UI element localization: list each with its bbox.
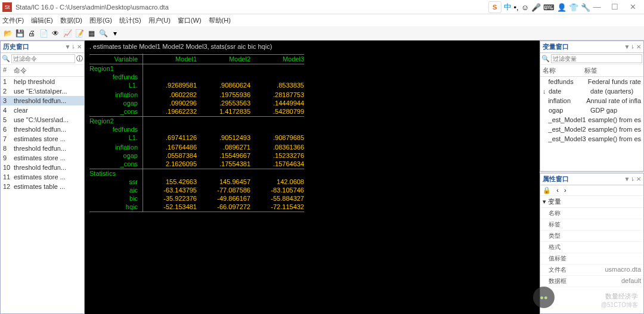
search-icon: 🔍 — [541, 55, 550, 63]
data-editor-icon[interactable]: ▦ — [86, 28, 97, 39]
print-icon[interactable]: 🖨 — [26, 28, 37, 39]
variable-row[interactable]: _est_Model2esample() from es — [540, 125, 643, 134]
panel-controls[interactable]: ▼ ꜕ ✕ — [624, 176, 641, 182]
menu-bar: 文件(F) 编辑(E) 数据(D) 图形(G) 统计(S) 用户(U) 窗口(W… — [0, 14, 644, 26]
ime-punct-icon[interactable]: •, — [514, 3, 519, 12]
history-row[interactable]: 1help threshold — [1, 77, 84, 86]
log-icon[interactable]: 📄 — [38, 28, 49, 39]
ime-smiley-icon[interactable]: ☺ — [521, 3, 529, 12]
variable-row[interactable]: inflationAnnual rate of infla — [540, 96, 643, 105]
menu-edit[interactable]: 编辑(E) — [31, 16, 53, 25]
history-row[interactable]: 8threshold fedfun... — [1, 144, 84, 153]
history-row[interactable]: 7estimates store ... — [1, 134, 84, 144]
data-browser-icon[interactable]: 🔍 — [98, 28, 109, 39]
variables-panel: 变量窗口▼ ꜕ ✕ 🔍 名称标签 fedfundsFederal funds r… — [540, 41, 644, 172]
viewer-icon[interactable]: 👁 — [50, 28, 61, 39]
filter-info-icon[interactable]: ⓘ — [76, 54, 83, 63]
history-row[interactable]: 10threshold fedfun... — [1, 163, 84, 172]
vars-col-name: 名称 — [543, 66, 584, 75]
history-row[interactable]: 6threshold fedfun... — [1, 125, 84, 134]
ime-person-icon[interactable]: 👤 — [557, 3, 566, 12]
history-filter-input[interactable] — [11, 54, 75, 63]
app-icon: St — [2, 2, 12, 12]
menu-data[interactable]: 数据(D) — [60, 16, 82, 25]
maximize-button[interactable]: ☐ — [606, 2, 624, 11]
property-row[interactable]: 值标签 — [540, 253, 643, 265]
ime-lang-icon[interactable]: 中 — [504, 2, 512, 13]
col-cmd: 命令 — [14, 66, 27, 75]
sogou-icon[interactable]: S — [488, 1, 501, 13]
property-row[interactable]: 类型 — [540, 231, 643, 242]
history-row[interactable]: 5use "C:\Users\ad... — [1, 115, 84, 125]
toolbar: 📂 💾 🖨 📄 👁 📈 📝 ▦ 🔍 ▾ — [0, 26, 644, 41]
variable-row[interactable]: ↓datedate (quarters) — [540, 86, 643, 96]
history-row[interactable]: 2use "E:\stata\per... — [1, 86, 84, 96]
property-row[interactable]: 格式 — [540, 242, 643, 253]
variable-row[interactable]: _est_Model3esample() from es — [540, 134, 643, 144]
more-icon[interactable]: ▾ — [110, 28, 120, 39]
vars-filter-input[interactable] — [551, 54, 642, 63]
property-row[interactable]: 文件名usmacro.dta — [540, 265, 643, 276]
history-row[interactable]: 4clear — [1, 105, 84, 115]
variable-row[interactable]: fedfundsFederal funds rate — [540, 77, 643, 86]
results-window[interactable]: . estimates table Model1 Model2 Model3, … — [85, 41, 540, 314]
vars-col-label: 标签 — [584, 66, 597, 75]
ime-skin-icon[interactable]: 👕 — [569, 3, 578, 12]
save-icon[interactable]: 💾 — [14, 28, 25, 39]
properties-panel: 属性窗口▼ ꜕ ✕ 🔒 ‹ › ▾ 变量 名称标签类型格式值标签文件名usmac… — [540, 173, 644, 314]
menu-stats[interactable]: 统计(S) — [119, 16, 141, 25]
props-title: 属性窗口 — [543, 175, 569, 184]
ime-mic-icon[interactable]: 🎤 — [531, 3, 541, 12]
col-num: # — [3, 66, 14, 75]
menu-window[interactable]: 窗口(W) — [178, 16, 202, 25]
panel-controls[interactable]: ▼ ꜕ ✕ — [624, 43, 641, 50]
menu-file[interactable]: 文件(F) — [2, 16, 24, 25]
menu-user[interactable]: 用户(U) — [148, 16, 171, 25]
property-row[interactable]: 名称 — [540, 208, 643, 219]
open-icon[interactable]: 📂 — [2, 28, 13, 39]
ime-keyboard-icon[interactable]: ⌨ — [543, 3, 555, 12]
history-row[interactable]: 11estimates store ... — [1, 172, 84, 182]
history-panel: 历史窗口▼ ꜕ ✕ 🔍 ⓘ #命令 1help threshold2use "E… — [0, 41, 85, 314]
close-button[interactable]: ✕ — [624, 2, 642, 11]
history-row[interactable]: 3threshold fedfun... — [1, 96, 84, 105]
ime-tool-icon[interactable]: 🔧 — [581, 3, 590, 12]
history-row[interactable]: 12estimates table ... — [1, 182, 84, 191]
props-nav[interactable]: 🔒 ‹ › — [540, 185, 643, 196]
property-row[interactable]: 数据框default — [540, 276, 643, 287]
variable-row[interactable]: _est_Model1esample() from es — [540, 115, 643, 125]
history-row[interactable]: 9estimates store ... — [1, 153, 84, 163]
history-title: 历史窗口 — [3, 42, 29, 51]
wechat-icon: ●● — [533, 287, 555, 308]
ime-toolbar: S 中 •, ☺ 🎤 ⌨ 👤 👕 🔧 — [488, 1, 590, 13]
panel-controls[interactable]: ▼ ꜕ ✕ — [65, 43, 82, 50]
property-row[interactable]: 标签 — [540, 219, 643, 231]
variable-row[interactable]: ogapGDP gap — [540, 105, 643, 115]
menu-help[interactable]: 帮助(H) — [209, 16, 231, 25]
minimize-button[interactable]: — — [588, 2, 606, 11]
vars-title: 变量窗口 — [543, 42, 569, 51]
command-echo: . estimates table Model1 Model2 Model3, … — [89, 43, 535, 50]
title-bar: St Stata/IC 16.0 - C:\Users\admin\Deskto… — [0, 0, 644, 14]
props-group[interactable]: ▾ 变量 — [540, 196, 643, 208]
graph-icon[interactable]: 📈 — [62, 28, 73, 39]
menu-graph[interactable]: 图形(G) — [89, 16, 112, 25]
search-icon: 🔍 — [2, 55, 10, 63]
dofile-icon[interactable]: 📝 — [74, 28, 85, 39]
